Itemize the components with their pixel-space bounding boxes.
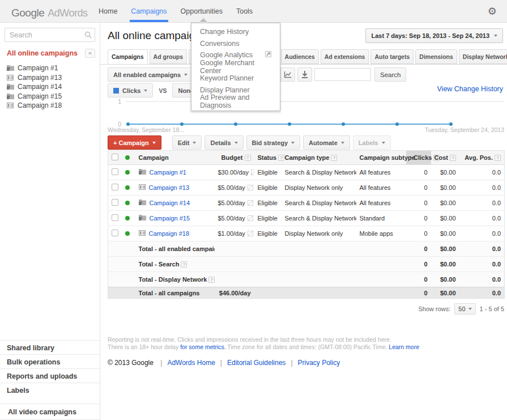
enabled-campaigns-filter-button[interactable]: All enabled campaigns	[108, 67, 193, 82]
select-all-checkbox[interactable]	[112, 154, 118, 160]
sidebar-item-campaign-14[interactable]: Campaign #14	[7, 82, 100, 92]
row-checkbox[interactable]	[112, 230, 118, 236]
table-search-input[interactable]	[314, 68, 371, 81]
sidebar-item-campaign-15[interactable]: Campaign #15	[7, 92, 100, 101]
date-range-button[interactable]: Last 7 days: Sep 18, 2013 - Sep 24, 2013	[365, 28, 503, 43]
header-campaign-subtype: Campaign subtype	[356, 151, 406, 165]
add-campaign-button[interactable]: + Campaign	[108, 135, 161, 150]
tab-campaigns[interactable]: Campaigns	[108, 49, 148, 65]
sidebar-item-all-video-campaigns[interactable]: All video campaigns	[0, 404, 100, 420]
campaign-link[interactable]: Campaign #14	[150, 200, 190, 206]
tab-ad-groups[interactable]: Ad groups	[150, 49, 188, 64]
sidebar-item-reports-and-uploads[interactable]: Reports and uploads	[0, 368, 100, 383]
status-dot-icon	[125, 201, 130, 205]
table-row: Campaign #18$1.00/dayEligibleDisplay Net…	[108, 226, 505, 241]
menu-item-ad-preview-and-diagnosis[interactable]: Ad Preview and Diagnosis	[191, 96, 280, 108]
help-icon[interactable]: ?	[245, 155, 251, 161]
nav-item-home[interactable]: Home	[92, 0, 124, 22]
column-label: Cost	[434, 154, 448, 161]
chevron-down-icon	[152, 142, 156, 144]
column-label: Campaign	[139, 154, 169, 161]
help-icon[interactable]: ?	[278, 155, 284, 161]
display-campaign-icon	[7, 103, 14, 108]
row-checkbox[interactable]	[112, 199, 118, 206]
note-line-2: There is an 18+ hour delay for some metr…	[108, 343, 504, 351]
nav-item-tools[interactable]: Tools	[229, 0, 259, 22]
table-row: Campaign #1$30.00/dayEligibleSearch & Di…	[108, 165, 505, 180]
details-button[interactable]: Details	[204, 135, 243, 150]
sidebar-heading[interactable]: All online campaigns	[7, 49, 78, 57]
sidebar-collapse-button[interactable]: «	[85, 49, 95, 58]
edit-budget-icon[interactable]	[248, 231, 253, 236]
sidebar-item-shared-library[interactable]: Shared library	[0, 340, 100, 354]
bid-strategy-button[interactable]: Bid strategy	[246, 135, 301, 150]
sidebar-item-campaign-13[interactable]: Campaign #13	[7, 73, 100, 83]
campaign-link[interactable]: Campaign #1	[150, 169, 186, 176]
campaign-link[interactable]: Campaign #13	[149, 184, 190, 191]
google-adwords-logo[interactable]: Google AdWords	[8, 3, 87, 19]
edit-budget-icon[interactable]	[248, 200, 253, 206]
sidebar-item-campaign-1[interactable]: Campaign #1	[7, 63, 100, 73]
sidebar: All online campaigns « Campaign #1Campai…	[0, 23, 100, 420]
learn-more-link[interactable]: Learn more	[389, 343, 419, 350]
footer-link-editorial-guidelines[interactable]: Editorial Guidelines	[227, 359, 286, 367]
campaign-folder-icon	[7, 84, 14, 90]
sidebar-search-input[interactable]	[5, 28, 95, 42]
chevron-down-icon	[291, 142, 295, 144]
row-checkbox[interactable]	[112, 214, 118, 221]
sidebar-item-labels[interactable]: Labels	[0, 383, 100, 397]
pagination-range: 1 - 5 of 5	[480, 306, 504, 312]
filter-row: All enabled campaigns Segment	[100, 67, 507, 82]
tab-display-network[interactable]: Display Network	[459, 49, 507, 64]
toggle-graph-button[interactable]	[280, 67, 295, 82]
row-checkbox[interactable]	[112, 184, 118, 190]
tab-dimensions[interactable]: Dimensions	[415, 49, 457, 64]
automate-button[interactable]: Automate	[303, 135, 350, 150]
help-icon[interactable]: ?	[331, 155, 337, 161]
show-rows-selector[interactable]: 50	[454, 303, 475, 315]
nav-item-campaigns[interactable]: Campaigns	[124, 0, 173, 22]
display-icon	[139, 230, 146, 237]
sidebar-item-bulk-operations[interactable]: Bulk operations	[0, 354, 100, 368]
download-button[interactable]	[297, 67, 312, 82]
help-icon[interactable]: ?	[181, 261, 187, 268]
menu-item-change-history[interactable]: Change History	[191, 26, 280, 38]
footer-link-privacy-policy[interactable]: Privacy Policy	[298, 359, 340, 367]
adwords-app: Google AdWords HomeCampaignsOpportunitie…	[0, 0, 507, 420]
edit-budget-icon[interactable]	[248, 215, 253, 221]
date-range-label: Last 7 days: Sep 18, 2013 - Sep 24, 2013	[371, 32, 489, 39]
menu-item-conversions[interactable]: Conversions	[191, 38, 280, 50]
total-row-total-all-enabled-campaigns: Total - all enabled campaigns0$0.000.0	[108, 241, 505, 257]
column-label: Campaign type	[285, 154, 330, 161]
tab-audiences[interactable]: Audiences	[281, 49, 319, 64]
search-display-icon	[7, 94, 14, 99]
help-icon[interactable]: ?	[208, 277, 214, 283]
help-icon[interactable]: ?	[450, 155, 456, 161]
gear-icon[interactable]: ⚙	[488, 5, 497, 18]
menu-item-label: Display Planner	[200, 86, 250, 94]
help-icon[interactable]: ?	[495, 155, 501, 161]
labels-button: Labels	[353, 135, 391, 150]
search-display-icon	[7, 84, 14, 90]
footer-link-adwords-home[interactable]: AdWords Home	[167, 359, 215, 367]
campaign-link[interactable]: Campaign #15	[150, 215, 190, 222]
menu-item-label: Keyword Planner	[200, 74, 254, 82]
table-row: Campaign #14$5.00/dayEligibleSearch & Di…	[108, 196, 505, 211]
search-display-icon	[139, 200, 146, 206]
column-label: Avg. Pos.	[465, 154, 493, 161]
campaign-link[interactable]: Campaign #18	[149, 230, 190, 237]
row-checkbox[interactable]	[112, 168, 118, 175]
table-header-row: CampaignBudget?Status?Campaign type?Camp…	[108, 151, 505, 165]
edit-budget-icon[interactable]	[251, 169, 254, 175]
menu-item-google-merchant-center[interactable]: Google Merchant Center	[191, 61, 280, 73]
column-label: Status	[258, 154, 277, 161]
some-metrics-link[interactable]: for some metrics.	[180, 343, 226, 350]
campaign-folder-icon	[139, 169, 146, 175]
search-button[interactable]: Search	[374, 67, 406, 82]
sidebar-item-campaign-18[interactable]: Campaign #18	[7, 101, 100, 111]
tab-auto-targets[interactable]: Auto targets	[370, 49, 414, 64]
edit-button[interactable]: Edit	[172, 135, 202, 150]
view-change-history-link[interactable]: View Change History	[437, 85, 504, 93]
tab-ad-extensions[interactable]: Ad extensions	[321, 49, 369, 64]
edit-budget-icon[interactable]	[248, 185, 253, 190]
